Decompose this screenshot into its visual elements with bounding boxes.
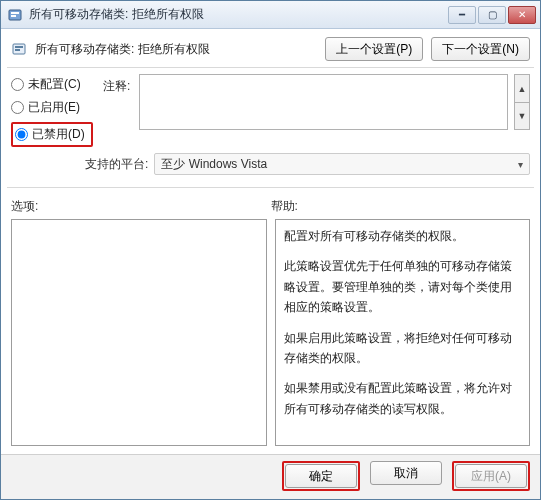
radio-disabled[interactable]: 已禁用(D) bbox=[15, 126, 89, 143]
radio-disabled-label: 已禁用(D) bbox=[32, 126, 85, 143]
radio-disabled-input[interactable] bbox=[15, 128, 28, 141]
policy-dialog: 所有可移动存储类: 拒绝所有权限 ━ ▢ ✕ 所有可移动存储类: 拒绝所有权限 … bbox=[0, 0, 541, 500]
help-p1: 配置对所有可移动存储类的权限。 bbox=[284, 226, 522, 246]
policy-icon bbox=[11, 41, 27, 57]
minimize-button[interactable]: ━ bbox=[448, 6, 476, 24]
apply-highlight: 应用(A) bbox=[452, 461, 530, 491]
platform-label: 支持的平台: bbox=[85, 156, 148, 173]
platform-text: 至少 Windows Vista bbox=[161, 156, 267, 173]
ok-highlight: 确定 bbox=[282, 461, 360, 491]
svg-rect-2 bbox=[11, 15, 16, 17]
panes: 配置对所有可移动存储类的权限。 此策略设置优先于任何单独的可移动存储策略设置。要… bbox=[1, 219, 540, 454]
config-row: 未配置(C) 已启用(E) 已禁用(D) 注释: bbox=[1, 68, 540, 151]
options-label: 选项: bbox=[11, 198, 271, 215]
chevron-down-icon: ▾ bbox=[518, 159, 523, 170]
next-setting-button[interactable]: 下一个设置(N) bbox=[431, 37, 530, 61]
radio-not-configured[interactable]: 未配置(C) bbox=[11, 76, 93, 93]
prev-setting-button[interactable]: 上一个设置(P) bbox=[325, 37, 423, 61]
spin-down-icon[interactable]: ▼ bbox=[514, 102, 530, 130]
ok-button[interactable]: 确定 bbox=[285, 464, 357, 488]
footer: 确定 取消 应用(A) bbox=[1, 454, 540, 499]
state-radio-group: 未配置(C) 已启用(E) 已禁用(D) bbox=[11, 74, 93, 147]
options-pane[interactable] bbox=[11, 219, 267, 446]
svg-rect-4 bbox=[15, 46, 23, 48]
comment-spinner: ▲ ▼ bbox=[514, 74, 530, 130]
radio-not-configured-label: 未配置(C) bbox=[28, 76, 81, 93]
close-button[interactable]: ✕ bbox=[508, 6, 536, 24]
radio-not-configured-input[interactable] bbox=[11, 78, 24, 91]
comment-row: 注释: ▲ ▼ bbox=[103, 74, 530, 130]
platform-value[interactable]: 至少 Windows Vista ▾ bbox=[154, 153, 530, 175]
comment-input[interactable] bbox=[139, 74, 508, 130]
cancel-button[interactable]: 取消 bbox=[370, 461, 442, 485]
maximize-button[interactable]: ▢ bbox=[478, 6, 506, 24]
disabled-highlight: 已禁用(D) bbox=[11, 122, 93, 147]
radio-enabled[interactable]: 已启用(E) bbox=[11, 99, 93, 116]
svg-rect-1 bbox=[11, 12, 19, 14]
apply-button[interactable]: 应用(A) bbox=[455, 464, 527, 488]
radio-enabled-label: 已启用(E) bbox=[28, 99, 80, 116]
help-p4: 如果禁用或没有配置此策略设置，将允许对所有可移动存储类的读写权限。 bbox=[284, 378, 522, 419]
window-title: 所有可移动存储类: 拒绝所有权限 bbox=[29, 6, 448, 23]
platform-row: 支持的平台: 至少 Windows Vista ▾ bbox=[1, 151, 540, 181]
comment-label: 注释: bbox=[103, 74, 133, 95]
header-row: 所有可移动存储类: 拒绝所有权限 上一个设置(P) 下一个设置(N) bbox=[1, 29, 540, 67]
titlebar: 所有可移动存储类: 拒绝所有权限 ━ ▢ ✕ bbox=[1, 1, 540, 29]
app-icon bbox=[7, 7, 23, 23]
help-pane[interactable]: 配置对所有可移动存储类的权限。 此策略设置优先于任何单独的可移动存储策略设置。要… bbox=[275, 219, 531, 446]
window-controls: ━ ▢ ✕ bbox=[448, 6, 536, 24]
pane-labels: 选项: 帮助: bbox=[1, 188, 540, 219]
help-p3: 如果启用此策略设置，将拒绝对任何可移动存储类的权限。 bbox=[284, 328, 522, 369]
header-subtitle: 所有可移动存储类: 拒绝所有权限 bbox=[35, 41, 317, 58]
spin-up-icon[interactable]: ▲ bbox=[514, 74, 530, 102]
help-label: 帮助: bbox=[271, 198, 531, 215]
radio-enabled-input[interactable] bbox=[11, 101, 24, 114]
svg-rect-5 bbox=[15, 49, 20, 51]
content-area: 所有可移动存储类: 拒绝所有权限 上一个设置(P) 下一个设置(N) 未配置(C… bbox=[1, 29, 540, 499]
help-p2: 此策略设置优先于任何单独的可移动存储策略设置。要管理单独的类，请对每个类使用相应… bbox=[284, 256, 522, 317]
